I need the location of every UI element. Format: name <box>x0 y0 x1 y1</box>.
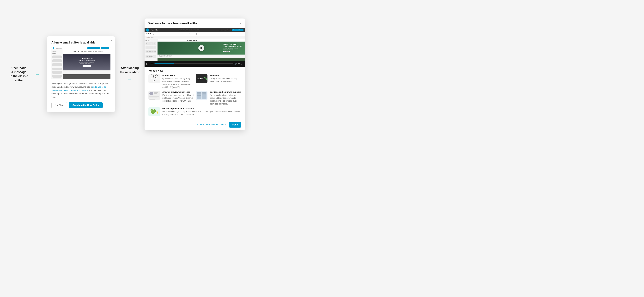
sections-title: Sections and columns support <box>210 91 241 93</box>
features-grid: 🖱 Undo / Redo Quickly revert mistakes by… <box>148 74 241 116</box>
improvements-text: + more improvements to come! We are cons… <box>162 107 241 116</box>
undo-redo-icon-box: 🖱 <box>148 74 160 83</box>
volume-icon: 🔊 <box>234 63 237 65</box>
video-controls: ▶ 1:00 🔊 ⚙ ⛶ <box>144 61 245 67</box>
undo-redo-text: Undo / Redo Quickly revert mistakes by u… <box>162 74 194 89</box>
video-area: Page Title AUDIENCE CONTENT REVIEW Last … <box>144 28 245 67</box>
preview-title: A faster preview experience <box>162 91 194 93</box>
external-link-icon: ↗ <box>225 124 226 126</box>
left-arrow: → <box>34 71 40 78</box>
left-section: User loads a message in the classic edit… <box>10 36 115 112</box>
feature-autosave: Saved ✓ Autosave Changes are now automat… <box>196 74 241 89</box>
scene: User loads a message in the classic edit… <box>0 0 322 149</box>
modal-second-footer: Learn more about the new editor ↗ Got It <box>144 120 245 130</box>
modal-first-actions: Not Now Switch to the New Editor <box>52 102 110 108</box>
learn-more-link[interactable]: Learn more about the new editor ↗ <box>194 123 226 126</box>
feature-preview: A faster preview experience Preview your… <box>148 91 194 105</box>
whats-new-section: What's New <box>144 67 245 120</box>
sections-description: Group blocks into a section for easier e… <box>210 94 241 105</box>
settings-icon: ⚙ <box>238 63 240 65</box>
video-mockup: Page Title AUDIENCE CONTENT REVIEW Last … <box>144 28 245 67</box>
modal-first: × All-new email editor is available Test… <box>47 36 115 112</box>
feature-sections: Sections and columns support Group block… <box>196 91 241 105</box>
modal-second-title: Welcome to the all-new email editor <box>148 22 202 25</box>
not-now-button[interactable]: Not Now <box>52 102 67 108</box>
learn-more-label: Learn more about the new editor <box>194 123 224 126</box>
switch-to-new-editor-button[interactable]: Switch to the New Editor <box>69 102 103 108</box>
autosave-icon-box: Saved ✓ <box>196 74 208 83</box>
sections-icon-box <box>196 91 208 100</box>
got-it-button[interactable]: Got It <box>229 122 242 128</box>
middle-section: After loading the new editor → <box>120 66 140 82</box>
whats-new-title: What's New <box>148 69 241 72</box>
video-control-icons: 🔊 ⚙ ⛶ <box>234 63 243 65</box>
autosave-title: Autosave <box>210 74 241 77</box>
undo-redo-description: Quickly revert mistakes by using dedicat… <box>162 77 194 89</box>
modal-second-close-button[interactable]: × <box>240 22 242 25</box>
middle-arrow: → <box>127 76 133 83</box>
fullscreen-icon: ⛶ <box>241 63 243 65</box>
video-time: 1:00 <box>150 63 153 65</box>
modal-second: Guide video New functionality spotlight … <box>144 19 245 130</box>
improvements-title: + more improvements to come! <box>162 107 241 110</box>
autosave-text-block: Autosave Changes are now automatically s… <box>210 74 241 83</box>
sections-text: Sections and columns support Group block… <box>210 91 241 105</box>
improvements-description: We are constantly working to make the ed… <box>162 110 241 116</box>
autosave-description: Changes are now automatically saved afte… <box>210 77 241 83</box>
undo-redo-title: Undo / Redo <box>162 74 194 77</box>
preview-description: Preview your message with different prof… <box>162 94 194 102</box>
modal-second-header: Welcome to the all-new email editor × <box>144 19 245 28</box>
video-progress <box>154 64 233 64</box>
preview-icon-box <box>148 91 160 100</box>
user-loads-label: User loads a message in the classic edit… <box>10 66 28 83</box>
improvements-icon-box: 💚 ✨ <box>148 107 160 116</box>
play-icon: ▶ <box>146 63 148 65</box>
preview-text: A faster preview experience Preview your… <box>162 91 194 102</box>
modal-first-description: Switch your message to the new email edi… <box>52 82 110 99</box>
feature-improvements: 💚 ✨ + more improvements to come! We are … <box>148 107 241 116</box>
modal-first-preview: Test Email Content Default <box>52 47 110 79</box>
feature-undo-redo: 🖱 Undo / Redo Quickly revert mistakes by… <box>148 74 194 89</box>
modal-first-title: All-new email editor is available <box>52 41 110 44</box>
after-loading-label: After loading the new editor <box>120 66 140 74</box>
modal-first-close-button[interactable]: × <box>111 39 112 42</box>
